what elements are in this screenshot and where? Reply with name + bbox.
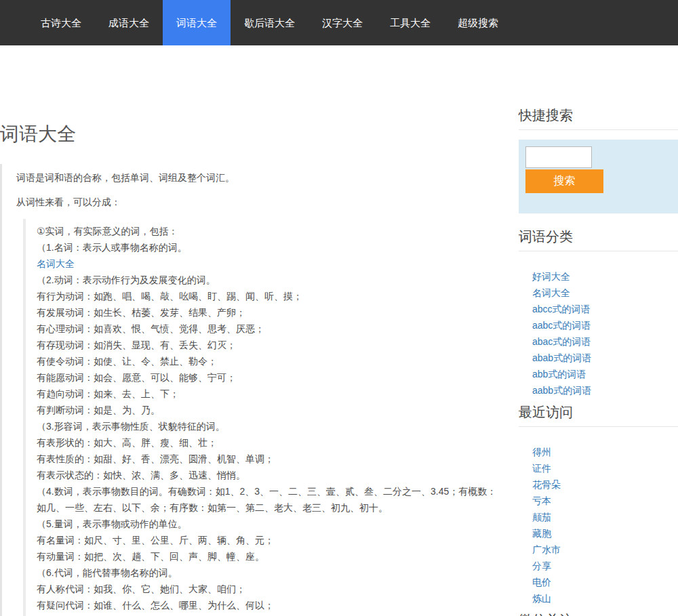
body-line-19: 有动量词：如把、次、趟、下、回、声、脚、幢、座。	[37, 548, 502, 564]
list-item: 名词大全	[532, 285, 678, 301]
top-nav: 古诗大全成语大全词语大全歇后语大全汉字大全工具大全超级搜索	[0, 0, 678, 45]
content-link[interactable]: 名词大全	[37, 258, 75, 269]
list-item: abcc式的词语	[532, 301, 678, 317]
sidebar: 快捷搜索 搜索 词语分类 好词大全名词大全abcc式的词语aabc式的词语aba…	[519, 107, 678, 616]
recent-link-1[interactable]: 证件	[532, 463, 551, 474]
body-line-21: 有人称代词：如我、你、它、她们、大家、咱们；	[37, 581, 502, 597]
category-link-0[interactable]: 好词大全	[532, 271, 570, 282]
list-item: 电价	[532, 574, 678, 590]
body-line-10: 有趋向动词：如来、去、上、下；	[37, 386, 502, 402]
recent-link-3[interactable]: 亏本	[532, 495, 551, 506]
nav-item-6[interactable]: 超级搜索	[444, 0, 512, 45]
list-item: 广水市	[532, 541, 678, 558]
list-item: abb式的词语	[532, 366, 678, 382]
category-link-5[interactable]: abab式的词语	[532, 352, 591, 363]
intro-paragraph: 从词性来看，可以分成：	[16, 194, 502, 210]
category-link-7[interactable]: aabb式的词语	[532, 385, 591, 396]
quick-search-heading: 快捷搜索	[519, 107, 678, 130]
body-line-0: ①实词，有实际意义的词，包括：	[37, 223, 502, 239]
list-item: 炼山	[532, 590, 678, 607]
list-item: 亏本	[532, 493, 678, 509]
recent-link-9[interactable]: 炼山	[532, 593, 551, 604]
body-line-7: 有存现动词：如消失、显现、有、丢失、幻灭；	[37, 337, 502, 353]
wechat-follow-heading: 微信关注	[519, 612, 678, 616]
body-line-23: 有指示代词：如这、那、这里、那儿。	[37, 613, 502, 616]
nav-item-5[interactable]: 工具大全	[376, 0, 444, 45]
recent-link-6[interactable]: 广水市	[532, 544, 561, 555]
search-button[interactable]: 搜索	[525, 169, 603, 193]
body-line-14: 有表性质的：如甜、好、香、漂亮、圆滑、机智、单调；	[37, 451, 502, 467]
category-link-2[interactable]: abcc式的词语	[532, 304, 591, 314]
word-types-block: ①实词，有实际意义的词，包括：（1.名词：表示人或事物名称的词。名词大全（2.动…	[23, 219, 502, 616]
list-item: 花骨朵	[532, 476, 678, 493]
list-item: 得州	[532, 444, 678, 460]
nav-list: 古诗大全成语大全词语大全歇后语大全汉字大全工具大全超级搜索	[27, 0, 512, 45]
word-categories-section: 词语分类 好词大全名词大全abcc式的词语aabc式的词语abac式的词语aba…	[519, 228, 678, 398]
body-line-4: 有行为动词：如跑、唱、喝、敲、吆喝、盯、踢、闻、听、摸；	[37, 288, 502, 304]
list-item: 证件	[532, 460, 678, 476]
body-line-11: 有判断动词：如是、为、乃。	[37, 402, 502, 418]
word-categories-list: 好词大全名词大全abcc式的词语aabc式的词语abac式的词语abab式的词语…	[519, 268, 678, 398]
main-content: 词语大全 词语是词和语的合称，包括单词、词组及整个词汇。 从词性来看，可以分成：…	[0, 122, 502, 616]
nav-item-1[interactable]: 成语大全	[95, 0, 163, 45]
word-categories-heading: 词语分类	[519, 228, 678, 251]
recent-visits-section: 最近访问 得州证件花骨朵亏本颠茄藏胞广水市分享电价炼山	[519, 404, 678, 607]
category-link-4[interactable]: abac式的词语	[532, 336, 591, 347]
page-title: 词语大全	[0, 122, 502, 146]
body-line-3: （2.动词：表示动作行为及发展变化的词。	[37, 272, 502, 288]
recent-link-2[interactable]: 花骨朵	[532, 479, 561, 490]
list-item: abac式的词语	[532, 333, 678, 350]
list-item: 藏胞	[532, 525, 678, 541]
list-item: 好词大全	[532, 268, 678, 285]
list-item: aabc式的词语	[532, 317, 678, 333]
nav-item-3[interactable]: 歇后语大全	[231, 0, 308, 45]
list-item: 分享	[532, 558, 678, 574]
search-input[interactable]	[525, 146, 592, 168]
body-line-15: 有表示状态的：如快、浓、满、多、迅速、悄悄。	[37, 467, 502, 483]
category-link-3[interactable]: aabc式的词语	[532, 320, 591, 331]
search-panel: 搜索	[519, 140, 678, 213]
recent-link-5[interactable]: 藏胞	[532, 528, 551, 539]
body-line-22: 有疑问代词：如谁、什么、怎么、哪里、为什么、何以；	[37, 597, 502, 613]
body-line-8: 有使令动词：如使、让、令、禁止、勒令；	[37, 353, 502, 369]
body-line-9: 有能愿动词：如会、愿意、可以、能够、宁可；	[37, 369, 502, 386]
recent-visits-list: 得州证件花骨朵亏本颠茄藏胞广水市分享电价炼山	[519, 444, 678, 607]
quick-search-section: 快捷搜索 搜索	[519, 107, 678, 213]
intro-paragraph: 词语是词和语的合称，包括单词、词组及整个词汇。	[16, 169, 502, 186]
body-line-17: （5.量词，表示事物或动作的单位。	[37, 516, 502, 532]
nav-item-0[interactable]: 古诗大全	[27, 0, 95, 45]
body-line-5: 有发展动词：如生长、枯萎、发芽、结果、产卵；	[37, 304, 502, 321]
list-item: aabb式的词语	[532, 382, 678, 398]
list-item: 颠茄	[532, 509, 678, 525]
category-link-6[interactable]: abb式的词语	[532, 369, 586, 379]
nav-item-4[interactable]: 汉字大全	[308, 0, 376, 45]
body-line-1: （1.名词：表示人或事物名称的词。	[37, 239, 502, 255]
page: 古诗大全成语大全词语大全歇后语大全汉字大全工具大全超级搜索 词语大全 词语是词和…	[0, 0, 678, 616]
body-line-12: （3.形容词，表示事物性质、状貌特征的词。	[37, 418, 502, 434]
body-line-2: 名词大全	[37, 255, 502, 272]
body-line-16: （4.数词，表示事物数目的词。有确数词：如1、2、3、一、二、三、壹、贰、叁、二…	[37, 483, 502, 516]
body-line-6: 有心理动词：如喜欢、恨、气愤、觉得、思考、厌恶；	[37, 321, 502, 337]
recent-link-8[interactable]: 电价	[532, 577, 551, 588]
recent-link-7[interactable]: 分享	[532, 560, 551, 571]
body-line-20: （6.代词，能代替事物名称的词。	[37, 564, 502, 581]
body-line-18: 有名量词：如尺、寸、里、公里、斤、两、辆、角、元；	[37, 532, 502, 548]
nav-item-2[interactable]: 词语大全	[163, 0, 231, 45]
recent-link-4[interactable]: 颠茄	[532, 512, 551, 522]
recent-link-0[interactable]: 得州	[532, 447, 551, 457]
category-link-1[interactable]: 名词大全	[532, 287, 570, 298]
recent-visits-heading: 最近访问	[519, 404, 678, 427]
list-item: abab式的词语	[532, 350, 678, 366]
intro-block: 词语是词和语的合称，包括单词、词组及整个词汇。 从词性来看，可以分成： ①实词，…	[0, 164, 502, 616]
body-line-13: 有表形状的：如大、高、胖、瘦、细、壮；	[37, 434, 502, 451]
